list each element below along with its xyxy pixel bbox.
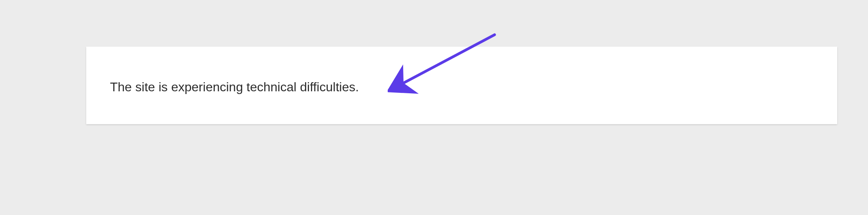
error-card: The site is experiencing technical diffi… <box>86 47 837 124</box>
error-message-text: The site is experiencing technical diffi… <box>110 78 813 96</box>
